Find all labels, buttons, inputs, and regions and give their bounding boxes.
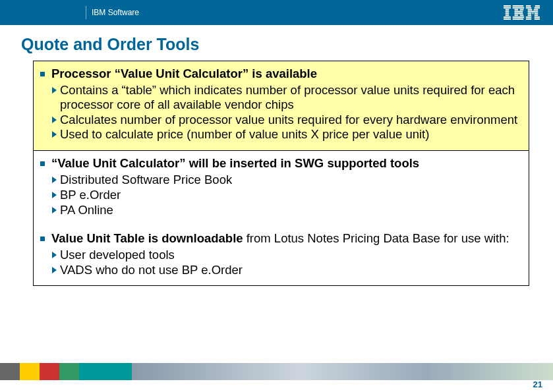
svg-rect-6 — [504, 16, 511, 18]
wedge-bullet-icon — [51, 266, 58, 275]
svg-rect-19 — [535, 5, 540, 7]
footer-color-block — [79, 363, 132, 380]
wedge-bullet-icon — [51, 86, 58, 95]
wedge-bullet-icon — [51, 175, 58, 184]
heading-bold: “Value Unit Calculator” will be inserted… — [51, 156, 419, 170]
sub-text: Distributed Software Price Book — [60, 173, 232, 187]
wedge-bullet-icon — [51, 250, 58, 260]
sub-text: Calculates number of processor value uni… — [60, 113, 517, 127]
bullet-level1: “Value Unit Calculator” will be inserted… — [40, 156, 519, 171]
ibm-logo-icon — [504, 5, 540, 20]
svg-rect-26 — [533, 13, 534, 14]
wedge-bullet-icon — [51, 206, 58, 215]
bullet-level2: Calculates number of processor value uni… — [51, 113, 519, 127]
sub-text: VADS who do not use BP e.Order — [60, 263, 243, 277]
svg-rect-31 — [535, 16, 540, 18]
wedge-bullet-icon — [51, 115, 58, 125]
svg-marker-40 — [52, 252, 57, 258]
svg-rect-22 — [528, 9, 532, 11]
footer-color-block — [59, 363, 79, 380]
footer-image-strip — [132, 363, 553, 380]
sub-text: User developed tools — [60, 248, 175, 262]
content-box-1: Processor “Value Unit Calculator” is ava… — [33, 61, 529, 151]
svg-rect-23 — [534, 9, 538, 11]
bullet-level2: BP e.Order — [51, 188, 519, 202]
bullet-level2: Contains a “table” which indicates numbe… — [51, 83, 519, 112]
slide-header: IBM Software — [0, 0, 553, 25]
bullet-level2: PA Online — [51, 203, 519, 217]
square-bullet-icon — [40, 72, 45, 76]
svg-rect-29 — [535, 14, 538, 16]
content-box-3: Value Unit Table is downloadable from Lo… — [33, 226, 529, 287]
svg-rect-10 — [515, 9, 519, 11]
svg-rect-32 — [526, 18, 531, 20]
svg-marker-35 — [52, 117, 57, 123]
header-label: IBM Software — [86, 6, 146, 19]
footer-bar — [0, 363, 553, 380]
svg-rect-1 — [504, 7, 511, 9]
svg-rect-14 — [515, 14, 519, 16]
svg-rect-0 — [504, 5, 511, 7]
bullet-level1: Processor “Value Unit Calculator” is ava… — [40, 67, 519, 81]
svg-rect-27 — [535, 13, 538, 14]
svg-rect-24 — [528, 11, 538, 13]
sub-text: PA Online — [60, 203, 113, 217]
svg-rect-15 — [520, 14, 524, 16]
svg-rect-8 — [513, 5, 524, 7]
svg-marker-36 — [52, 131, 57, 138]
svg-marker-38 — [52, 192, 57, 198]
wedge-bullet-icon — [51, 190, 58, 200]
svg-rect-2 — [506, 9, 509, 11]
svg-rect-33 — [535, 18, 540, 20]
bullet-level2: User developed tools — [51, 248, 519, 262]
svg-marker-37 — [52, 177, 57, 183]
footer-color-block — [0, 363, 20, 380]
square-bullet-icon — [40, 237, 45, 241]
svg-rect-16 — [513, 16, 524, 18]
square-bullet-icon — [40, 161, 45, 166]
bullet-level2: Distributed Software Price Book — [51, 173, 519, 187]
svg-rect-30 — [526, 16, 531, 18]
bullet-level2: Used to calculate price (number of value… — [51, 127, 519, 142]
svg-rect-17 — [513, 18, 524, 20]
svg-marker-41 — [52, 267, 57, 273]
bullet-level1: Value Unit Table is downloadable from Lo… — [40, 231, 519, 246]
svg-rect-18 — [526, 5, 531, 7]
page-number: 21 — [533, 379, 542, 389]
svg-rect-13 — [515, 13, 523, 14]
svg-rect-25 — [528, 13, 532, 14]
svg-rect-5 — [506, 14, 509, 16]
svg-rect-28 — [528, 14, 532, 16]
heading-bold: Value Unit Table is downloadable — [51, 231, 243, 245]
slide-title: Quote and Order Tools — [0, 25, 553, 61]
wedge-bullet-icon — [51, 130, 58, 139]
heading-bold: Processor “Value Unit Calculator” is ava… — [51, 67, 317, 80]
footer-color-block — [40, 363, 59, 380]
svg-rect-11 — [520, 9, 524, 11]
svg-rect-3 — [506, 11, 509, 13]
svg-rect-21 — [535, 7, 540, 9]
sub-text: BP e.Order — [60, 188, 121, 202]
sub-text: Contains a “table” which indicates numbe… — [60, 83, 519, 112]
sub-text: Used to calculate price (number of value… — [60, 127, 429, 142]
svg-rect-20 — [526, 7, 531, 9]
content-box-2: “Value Unit Calculator” will be inserted… — [33, 151, 529, 225]
svg-marker-34 — [52, 87, 57, 94]
bullet-level2: VADS who do not use BP e.Order — [51, 263, 519, 277]
svg-rect-9 — [513, 7, 524, 9]
svg-rect-7 — [504, 18, 511, 20]
svg-rect-12 — [515, 11, 523, 13]
svg-marker-39 — [52, 207, 57, 213]
svg-rect-4 — [506, 13, 509, 14]
footer-color-block — [20, 363, 40, 380]
heading-rest: from Lotus Notes Pricing Data Base for u… — [243, 231, 509, 245]
